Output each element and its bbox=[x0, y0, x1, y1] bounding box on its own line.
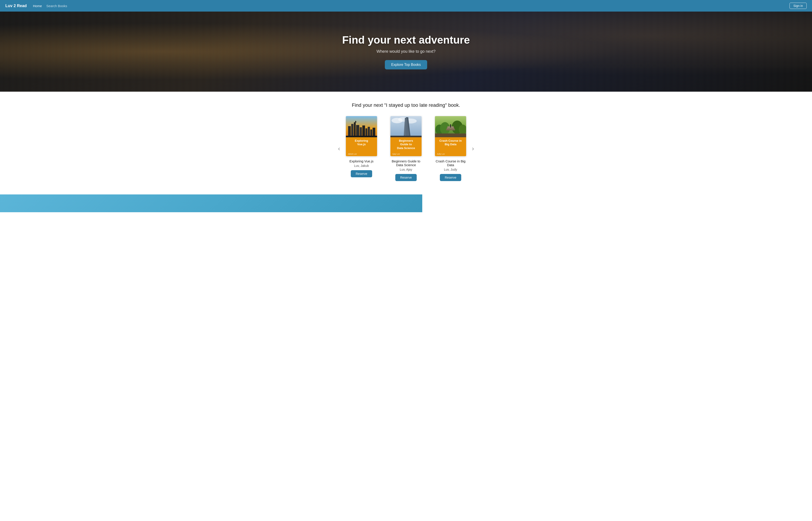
navbar-brand[interactable]: Luv 2 Read bbox=[5, 4, 27, 8]
svg-rect-28 bbox=[446, 129, 455, 130]
svg-rect-1 bbox=[348, 126, 351, 137]
navbar-home-link[interactable]: Home bbox=[33, 4, 42, 8]
hero-subtitle: Where would you like to go next? bbox=[342, 49, 470, 54]
book-cover-author-bigdata: Judy Luv bbox=[437, 153, 445, 155]
svg-rect-7 bbox=[362, 126, 365, 137]
book-title-bigdata: Crash Course in Big Data bbox=[433, 159, 468, 167]
book-cover-author-data: Ajay Luv bbox=[392, 153, 400, 155]
navbar-search-link[interactable]: Search Books bbox=[46, 4, 67, 8]
svg-rect-12 bbox=[346, 136, 377, 137]
book-cover-beginners-guide-data: BeginnersGuide toData Science Ajay Luv bbox=[390, 116, 422, 156]
books-section: Find your next "I stayed up too late rea… bbox=[0, 92, 812, 190]
book-cover-author-vue: Jakub Luv bbox=[348, 153, 357, 155]
book-cover-crash-course-big-data: Crash Course inBig Data Judy Luv bbox=[435, 116, 466, 156]
book-lower-vue: ExploringVue.js Jakub Luv bbox=[346, 137, 377, 156]
hero-section: Find your next adventure Where would you… bbox=[0, 12, 812, 92]
svg-rect-21 bbox=[390, 136, 422, 137]
svg-point-31 bbox=[450, 124, 451, 126]
book-card-crash-course-big-data: Crash Course inBig Data Judy Luv Crash C… bbox=[433, 116, 468, 181]
svg-rect-2 bbox=[351, 124, 354, 137]
chevron-left-icon: ‹ bbox=[338, 145, 340, 152]
book-card-exploring-vuejs: ExploringVue.js Jakub Luv Exploring Vue.… bbox=[344, 116, 379, 181]
navbar: Luv 2 Read Home Search Books Sign in bbox=[0, 0, 812, 12]
book-title-data: Beginners Guide to Data Science bbox=[388, 159, 424, 167]
book-photo-vue bbox=[346, 116, 377, 137]
hero-title: Find your next adventure bbox=[342, 34, 470, 46]
book-cover-title-data: BeginnersGuide toData Science bbox=[392, 139, 420, 150]
reserve-button-data[interactable]: Reserve bbox=[395, 174, 417, 181]
book-author-data: Luv, Ajay bbox=[400, 168, 412, 171]
carousel-wrapper: ‹ bbox=[5, 116, 807, 181]
books-grid: ExploringVue.js Jakub Luv Exploring Vue.… bbox=[344, 116, 468, 181]
svg-rect-29 bbox=[447, 128, 454, 129]
svg-rect-5 bbox=[356, 125, 359, 137]
sign-in-button[interactable]: Sign in bbox=[790, 3, 807, 9]
footer-strip bbox=[0, 195, 422, 212]
book-lower-bigdata: Crash Course inBig Data Judy Luv bbox=[435, 137, 466, 156]
reserve-button-bigdata[interactable]: Reserve bbox=[440, 174, 461, 181]
svg-rect-32 bbox=[450, 126, 451, 128]
book-photo-data bbox=[390, 116, 422, 137]
book-cover-exploring-vuejs: ExploringVue.js Jakub Luv bbox=[346, 116, 377, 156]
svg-rect-9 bbox=[368, 127, 370, 137]
svg-rect-27 bbox=[435, 134, 466, 137]
book-cover-title-vue: ExploringVue.js bbox=[348, 139, 375, 146]
book-card-beginners-guide-data: BeginnersGuide toData Science Ajay Luv B… bbox=[388, 116, 424, 181]
svg-rect-3 bbox=[354, 122, 356, 137]
book-title-vue: Exploring Vue.js bbox=[349, 159, 373, 163]
carousel-prev-button[interactable]: ‹ bbox=[335, 145, 344, 152]
hero-content: Find your next adventure Where would you… bbox=[342, 34, 470, 69]
explore-top-books-button[interactable]: Explore Top Books bbox=[385, 60, 427, 69]
chevron-right-icon: › bbox=[472, 145, 474, 152]
book-author-bigdata: Luv, Judy bbox=[444, 168, 457, 171]
book-author-vue: Luv, Jakub bbox=[354, 164, 369, 167]
books-section-heading: Find your next "I stayed up too late rea… bbox=[5, 102, 807, 108]
book-lower-data: BeginnersGuide toData Science Ajay Luv bbox=[390, 137, 422, 156]
book-cover-title-bigdata: Crash Course inBig Data bbox=[437, 139, 464, 146]
carousel-next-button[interactable]: › bbox=[468, 145, 477, 152]
reserve-button-vue[interactable]: Reserve bbox=[351, 170, 372, 177]
book-photo-bigdata bbox=[435, 116, 466, 137]
